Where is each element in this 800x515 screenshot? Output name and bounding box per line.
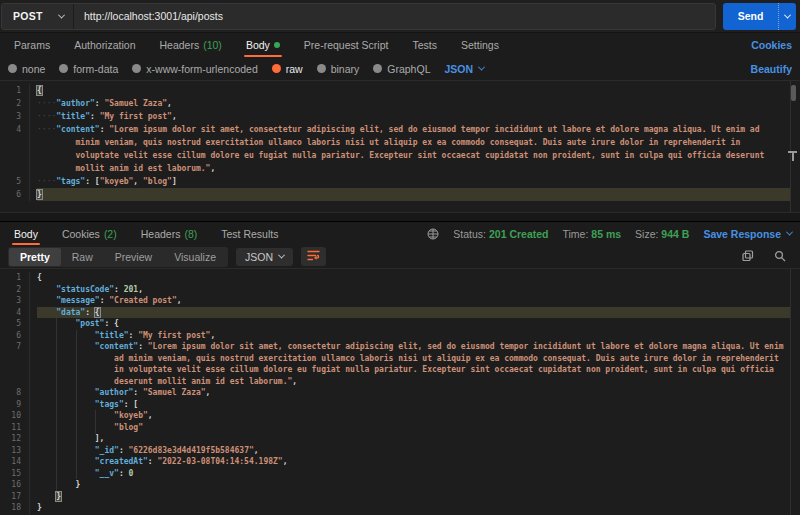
save-response-button[interactable]: Save Response xyxy=(703,228,792,240)
body-type-radio-none[interactable]: none xyxy=(8,63,45,75)
tab-tests[interactable]: Tests xyxy=(406,33,443,57)
code-content: "title": "My first post", xyxy=(37,330,800,342)
whitespace-dots: ···· xyxy=(37,177,56,186)
json-string: "2022-03-08T04:14:54.198Z" xyxy=(157,457,282,466)
wrap-text-button[interactable] xyxy=(301,247,326,266)
response-format-select[interactable]: JSON xyxy=(236,248,293,266)
line-number: 16 xyxy=(0,479,30,491)
json-string: "Created post" xyxy=(109,296,176,305)
response-tab-test-results[interactable]: Test Results xyxy=(215,222,284,245)
raw-format-select[interactable]: JSON xyxy=(444,63,484,75)
radio-icon xyxy=(373,64,382,73)
tab-body[interactable]: Body xyxy=(240,33,286,57)
network-globe-icon[interactable] xyxy=(427,228,439,240)
json-key: "data" xyxy=(56,308,85,317)
pane-divider[interactable] xyxy=(0,212,800,222)
code-line-17: 17} xyxy=(0,491,800,503)
indent-guide xyxy=(76,387,77,399)
json-punctuation: { xyxy=(37,86,42,95)
tab-pre-request-script[interactable]: Pre-request Script xyxy=(298,33,395,57)
json-punctuation: : xyxy=(114,285,124,294)
json-punctuation: { xyxy=(95,308,100,317)
tab-authorization[interactable]: Authorization xyxy=(68,33,141,57)
method-select[interactable]: POST xyxy=(2,4,74,29)
tab-label: Pre-request Script xyxy=(304,39,389,51)
status-pair: Status: 201 Created xyxy=(453,228,548,240)
view-seg-pretty[interactable]: Pretty xyxy=(9,248,61,266)
code-line-1: 1{ xyxy=(0,84,800,97)
code-line-3: 3····"title": "My first post", xyxy=(0,110,800,123)
indent-guide xyxy=(76,456,77,468)
radio-icon xyxy=(317,64,326,73)
code-line-1: 1{ xyxy=(0,272,800,284)
radio-label: x-www-form-urlencoded xyxy=(146,63,257,75)
send-label[interactable]: Send xyxy=(723,3,778,30)
code-line-14: 14"createdAt": "2022-03-08T04:14:54.198Z… xyxy=(0,456,800,468)
send-options-caret[interactable] xyxy=(778,3,796,30)
indent-guide xyxy=(76,410,77,422)
size-value: 944 B xyxy=(661,228,689,240)
code-content: "createdAt": "2022-03-08T04:14:54.198Z", xyxy=(37,456,800,468)
indent-guide xyxy=(76,330,77,342)
response-tab-body[interactable]: Body xyxy=(8,222,44,245)
code-line-5: 5····"tags": ["koyeb", "blog"] xyxy=(0,175,800,188)
indent-guide xyxy=(76,445,77,457)
view-seg-raw[interactable]: Raw xyxy=(61,248,104,266)
response-tab-cookies[interactable]: Cookies(2) xyxy=(56,222,123,245)
indent-guide xyxy=(56,341,57,387)
json-punctuation: , xyxy=(210,164,215,173)
response-toolbar: PrettyRawPreviewVisualize JSON xyxy=(0,245,800,269)
body-type-radio-form-data[interactable]: form-data xyxy=(59,63,118,75)
view-seg-visualize[interactable]: Visualize xyxy=(163,248,227,266)
body-type-radio-graphql[interactable]: GraphQL xyxy=(373,63,430,75)
json-punctuation: , xyxy=(292,377,297,386)
response-body-editor[interactable]: 1{2"statusCode": 201,3"message": "Create… xyxy=(0,269,800,515)
indent-guide xyxy=(76,433,77,445)
cookies-link[interactable]: Cookies xyxy=(751,39,792,51)
json-string: "My first post" xyxy=(100,112,172,121)
code-line-12: 12], xyxy=(0,433,800,445)
json-punctuation: [ xyxy=(133,400,138,409)
body-type-radio-x-www-form-urlencoded[interactable]: x-www-form-urlencoded xyxy=(132,63,257,75)
code-line-15: 15"__v": 0 xyxy=(0,468,800,480)
json-punctuation: : xyxy=(119,469,129,478)
line-number: 3 xyxy=(0,295,30,307)
request-body-editor[interactable]: 1{2····"author": "Samuel Zaza",3····"tit… xyxy=(0,80,800,212)
json-string: "blog" xyxy=(143,177,172,186)
status-value: 201 Created xyxy=(489,228,549,240)
body-type-radio-raw[interactable]: raw xyxy=(272,63,303,75)
copy-response-icon[interactable] xyxy=(736,248,760,266)
url-input[interactable] xyxy=(74,4,715,29)
time-value: 85 ms xyxy=(591,228,621,240)
json-string: "Samuel Zaza" xyxy=(143,388,206,397)
chevron-down-icon xyxy=(278,252,285,259)
tab-params[interactable]: Params xyxy=(8,33,56,57)
view-seg-preview[interactable]: Preview xyxy=(104,248,163,266)
json-punctuation: , xyxy=(138,285,143,294)
beautify-link[interactable]: Beautify xyxy=(751,63,792,75)
json-punctuation: , xyxy=(254,446,259,455)
json-key: "message" xyxy=(56,296,99,305)
search-icon[interactable] xyxy=(768,248,792,266)
json-string: "koyeb" xyxy=(114,411,148,420)
method-label: POST xyxy=(13,10,43,22)
tab-label: Settings xyxy=(461,39,499,51)
body-type-radio-binary[interactable]: binary xyxy=(317,63,360,75)
indent-guide xyxy=(76,341,77,387)
tab-label: Body xyxy=(246,39,270,51)
code-line-11: 11"blog" xyxy=(0,422,800,434)
tab-settings[interactable]: Settings xyxy=(455,33,505,57)
indent-guide xyxy=(56,433,57,445)
line-number: 1 xyxy=(0,84,30,97)
radio-icon xyxy=(272,64,281,73)
indent-guide xyxy=(95,410,96,422)
spacer xyxy=(517,33,751,57)
line-number: 18 xyxy=(0,502,30,514)
response-tab-headers[interactable]: Headers(8) xyxy=(135,222,204,245)
tab-headers[interactable]: Headers(10) xyxy=(153,33,227,57)
code-line-9: 9"tags": [ xyxy=(0,399,800,411)
json-key: "content" xyxy=(56,125,99,134)
tab-label: Params xyxy=(14,39,50,51)
code-content: ····"author": "Samuel Zaza", xyxy=(37,97,800,110)
send-button[interactable]: Send xyxy=(723,3,796,30)
